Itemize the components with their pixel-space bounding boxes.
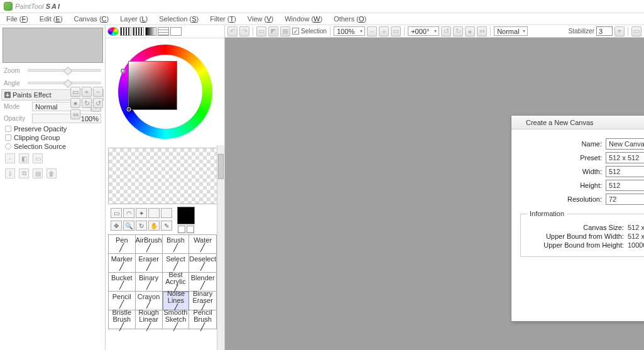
color-wheel[interactable] — [106, 38, 224, 145]
brush-select[interactable]: Select╱ — [163, 254, 190, 273]
zoom-in-tb-button[interactable]: + — [379, 26, 389, 36]
menu-window[interactable]: Window (W) — [285, 15, 322, 23]
empty-tool-1[interactable] — [148, 208, 160, 218]
preserve-opacity-checkbox[interactable]: Preserve Opacity — [1, 124, 104, 133]
rot-reset-tb-button[interactable]: ● — [465, 26, 475, 36]
clipping-group-checkbox[interactable]: Clipping Group — [1, 133, 104, 142]
rotate-ccw-button[interactable]: ↺ — [93, 98, 103, 108]
brush-airbrush[interactable]: AirBrush╱ — [136, 235, 163, 254]
angle-slider[interactable] — [28, 82, 101, 84]
navigator-preview[interactable] — [3, 28, 103, 63]
zoom-fit-tb-button[interactable]: ▭ — [391, 26, 401, 36]
redo-button[interactable]: ↷ — [239, 26, 249, 36]
rotate-tool[interactable]: ↻ — [136, 221, 147, 231]
eyedropper-tool[interactable]: ✎ — [161, 221, 172, 231]
undo-button[interactable]: ↶ — [227, 26, 237, 36]
magic-wand-tool[interactable]: ✦ — [136, 208, 147, 218]
tool-scrollbar[interactable] — [217, 145, 224, 350]
menu-others[interactable]: Others (O) — [334, 15, 366, 23]
brush-deselect[interactable]: Deselect╱ — [189, 254, 217, 273]
brush-bucket[interactable]: Bucket╱ — [109, 273, 136, 292]
brush-pen[interactable]: Pen╱ — [109, 235, 136, 254]
showsel-button[interactable]: ▦ — [280, 26, 290, 36]
delete-layer-icon[interactable]: 🗑 — [46, 168, 57, 178]
bg-swatch[interactable] — [187, 226, 194, 233]
brush-brush[interactable]: Brush╱ — [163, 235, 190, 254]
sv-picker-icon[interactable] — [127, 107, 131, 112]
lasso-tool[interactable]: ◠ — [123, 208, 134, 218]
menu-view[interactable]: View (V) — [248, 15, 273, 23]
scratchpad[interactable] — [108, 148, 222, 204]
hsv-tab[interactable] — [133, 27, 144, 36]
height-input[interactable] — [606, 180, 644, 191]
zoom-tool[interactable]: 🔍 — [123, 221, 134, 231]
transfer-down-icon[interactable]: ⇩ — [5, 168, 15, 178]
zoom-dropdown[interactable]: 100% — [334, 26, 365, 36]
rotate-cw-button[interactable]: ↻ — [82, 98, 92, 108]
color-wheel-tab[interactable] — [107, 27, 119, 36]
brush-eraser[interactable]: Eraser╱ — [136, 254, 163, 273]
stabilizer-dropdown-icon[interactable]: ▾ — [614, 26, 625, 36]
rot-cw-tb-button[interactable]: ↻ — [453, 26, 463, 36]
clear-layer-icon[interactable]: ▤ — [33, 168, 43, 178]
blend-dropdown[interactable]: Normal — [494, 26, 528, 36]
zoom-fit-button[interactable]: ▭ — [70, 87, 80, 97]
hue-picker-icon[interactable] — [121, 68, 126, 74]
extra-button[interactable]: ▭ — [631, 26, 641, 36]
stabilizer-value[interactable]: 3 — [596, 26, 613, 36]
menu-edit[interactable]: Edit (E) — [40, 15, 63, 23]
resolution-input[interactable] — [606, 194, 644, 205]
gray-tab[interactable] — [145, 27, 156, 36]
empty-tool-2[interactable] — [161, 208, 172, 218]
swap-swatch-icon[interactable] — [178, 226, 185, 233]
brush-water[interactable]: Water╱ — [189, 235, 217, 254]
zoom-slider[interactable] — [28, 69, 101, 72]
move-tool[interactable]: ✥ — [111, 221, 122, 231]
rgb-tab[interactable] — [120, 27, 131, 36]
rot-ccw-tb-button[interactable]: ↺ — [441, 26, 451, 36]
selection-checkbox[interactable]: ✓ — [292, 28, 299, 35]
menu-layer[interactable]: Layer (L) — [120, 15, 148, 23]
flip-tb-button[interactable]: ⇔ — [477, 26, 487, 36]
dialog-titlebar[interactable]: Create a New Canvas ✕ — [511, 116, 644, 129]
select-rect-tool[interactable]: ▭ — [111, 208, 122, 218]
new-layer-icon[interactable]: ▫ — [5, 153, 15, 163]
deselect-button[interactable]: ▭ — [256, 26, 266, 36]
brush-smooth-sketch[interactable]: Smooth Sketch╱ — [163, 310, 190, 329]
brush-pencil[interactable]: Pencil╱ — [109, 292, 136, 310]
brush-binary-eraser[interactable]: Binary Eraser╱ — [189, 292, 217, 310]
invert-button[interactable]: ◩ — [268, 26, 278, 36]
hand-tool[interactable]: ✋ — [148, 221, 160, 231]
brush-marker[interactable]: Marker╱ — [109, 254, 136, 273]
flip-button[interactable]: ⇔ — [70, 109, 80, 119]
brush-blender[interactable]: Blender╱ — [189, 273, 217, 292]
rotate-reset-button[interactable]: ● — [70, 98, 80, 108]
brush-best-acrylic[interactable]: Best Acrylic╱ — [163, 273, 190, 292]
name-input[interactable] — [606, 138, 644, 150]
preset-select[interactable]: 512 x 512 — [606, 152, 644, 163]
brush-rough-linear[interactable]: Rough Linear╱ — [136, 310, 163, 329]
zoom-in-button[interactable]: + — [82, 87, 92, 97]
menu-filter[interactable]: Filter (T) — [210, 15, 236, 23]
zoom-out-tb-button[interactable]: − — [367, 26, 377, 36]
menu-canvas[interactable]: Canvas (C) — [74, 15, 109, 23]
resolution-label: Resolution: — [520, 195, 602, 203]
new-linked-layer-icon[interactable]: ◧ — [19, 153, 29, 163]
sv-box[interactable] — [128, 61, 177, 110]
scratch-tab[interactable] — [170, 27, 182, 36]
rotate-dropdown[interactable]: +000° — [408, 26, 439, 36]
merge-down-icon[interactable]: ⧉ — [19, 168, 29, 178]
brush-crayon[interactable]: Crayon╱ — [136, 292, 163, 310]
brush-binary[interactable]: Binary╱ — [136, 273, 163, 292]
brush-pencil-brush[interactable]: Pencil Brush╱ — [189, 310, 217, 329]
width-input[interactable] — [606, 166, 644, 177]
foreground-swatch[interactable] — [177, 207, 195, 224]
zoom-out-button[interactable]: − — [93, 87, 103, 97]
brush-noise-lines[interactable]: Noise Lines╱ — [163, 292, 190, 310]
swatch-tab[interactable] — [158, 27, 169, 36]
menu-selection[interactable]: Selection (S) — [159, 15, 199, 23]
new-folder-icon[interactable]: ▭ — [33, 153, 43, 163]
selection-source-radio[interactable]: Selection Source — [1, 142, 104, 151]
brush-bristle-brush[interactable]: Bristle Brush╱ — [109, 310, 136, 329]
menu-file[interactable]: File (F) — [6, 15, 28, 23]
